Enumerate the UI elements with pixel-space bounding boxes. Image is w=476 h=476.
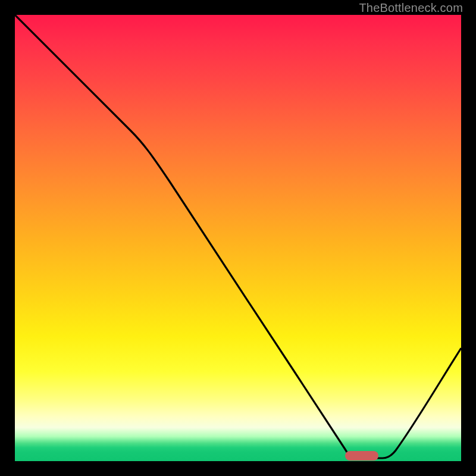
- bottleneck-curve: [15, 15, 461, 461]
- plot-frame: [13, 13, 463, 463]
- curve-path: [15, 15, 461, 458]
- optimal-range-marker: [345, 451, 378, 461]
